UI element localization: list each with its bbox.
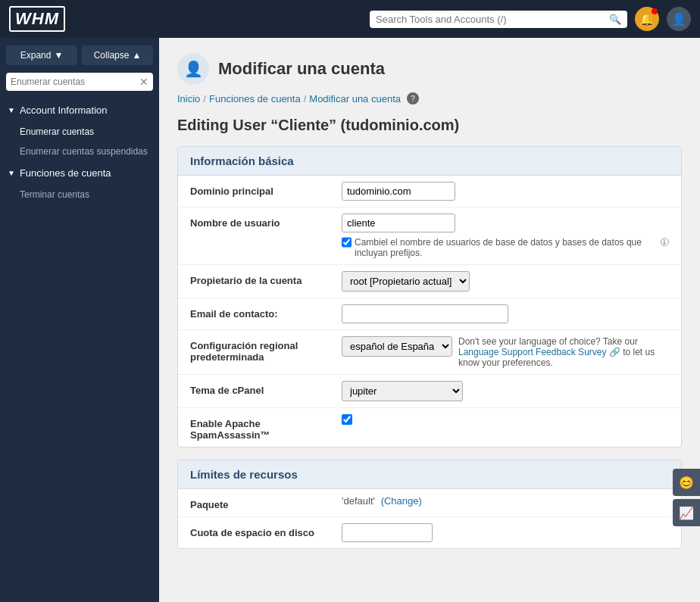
email-label: Email de contacto: [190, 304, 342, 320]
nombre-usuario-label: Nombre de usuario [190, 214, 342, 229]
config-regional-label: Configuración regional predeterminada [190, 336, 342, 363]
chart-icon: 📈 [679, 506, 694, 520]
sidebar-search-input[interactable] [11, 76, 136, 87]
smiley-button[interactable]: 😊 [673, 469, 700, 496]
change-db-username-checkbox[interactable] [342, 237, 352, 248]
expand-label: Expand [20, 50, 52, 61]
spamassassin-label: Enable Apache SpamAssassin™ [190, 414, 342, 441]
editing-title: Editing User “Cliente” (tudominio.com) [177, 117, 682, 134]
change-db-hint: Cambiel el nombre de usuarios de base de… [355, 237, 657, 258]
propietario-label: Propietario de la cuenta [190, 271, 342, 286]
breadcrumb-section[interactable]: Funciones de cuenta [209, 93, 301, 104]
right-panel: 😊 📈 [673, 469, 700, 526]
user-icon-button[interactable]: 👤 [667, 7, 691, 31]
locale-select[interactable]: español de España [342, 336, 452, 357]
sidebar-item-enumerar-cuentas[interactable]: Enumerar cuentas [0, 122, 159, 142]
sidebar-section-account-information-header[interactable]: ▼ Account Information [0, 98, 159, 122]
whm-logo: WHM [9, 6, 65, 32]
nombre-usuario-input[interactable] [342, 214, 455, 232]
main-layout: Expand ▼ Collapse ▲ ✕ ▼ Account Informat… [0, 38, 700, 602]
propietario-row: Propietario de la cuenta root [Propietar… [178, 265, 681, 298]
sidebar-search-bar[interactable]: ✕ [6, 73, 153, 91]
recursos-card: Límites de recursos Paquete 'default' (C… [177, 460, 682, 549]
nombre-usuario-row: Nombre de usuario Cambiel el nombre de u… [178, 207, 681, 265]
search-icon: 🔍 [609, 14, 621, 25]
breadcrumb: Inicio / Funciones de cuenta / Modificar… [177, 92, 682, 104]
expand-arrow-icon: ▼ [54, 50, 63, 61]
breadcrumb-sep-2: / [304, 93, 307, 104]
account-icon: 👤 [184, 60, 203, 78]
recursos-title: Límites de recursos [178, 460, 681, 489]
smiley-icon: 😊 [679, 476, 694, 490]
basic-info-title: Información básica [178, 147, 681, 176]
email-field-container [342, 304, 669, 323]
collapse-arrow-icon: ▲ [132, 50, 141, 61]
spamassassin-row: Enable Apache SpamAssassin™ [178, 408, 681, 447]
sidebar-section-funciones-header[interactable]: ▼ Funciones de cuenta [0, 161, 159, 185]
search-bar[interactable]: 🔍 [370, 11, 627, 28]
page-header-icon: 👤 [177, 53, 209, 85]
notification-badge [652, 8, 658, 14]
info-icon: 🛈 [660, 237, 669, 248]
email-input[interactable] [342, 304, 508, 323]
bell-icon-button[interactable]: 🔔 [635, 7, 659, 31]
breadcrumb-current[interactable]: Modificar una cuenta [309, 93, 401, 104]
nombre-usuario-field: Cambiel el nombre de usuarios de base de… [342, 214, 669, 258]
config-regional-field: español de España Don't see your languag… [342, 336, 669, 368]
expand-button[interactable]: Expand ▼ [6, 45, 77, 65]
sidebar-item-terminar-cuentas[interactable]: Terminar cuentas [0, 185, 159, 204]
breadcrumb-home[interactable]: Inicio [177, 93, 200, 104]
spamassassin-field [342, 414, 669, 427]
tema-cpanel-select[interactable]: jupiter [342, 381, 463, 401]
breadcrumb-sep-1: / [203, 93, 206, 104]
tema-cpanel-field: jupiter [342, 381, 669, 401]
basic-info-card: Información básica Dominio principal Nom… [177, 146, 682, 448]
sidebar-section-account-information-label: Account Information [20, 104, 108, 116]
tema-cpanel-row: Tema de cPanel jupiter [178, 375, 681, 408]
page-header: 👤 Modificar una cuenta [177, 53, 682, 85]
dominio-principal-input[interactable] [342, 182, 455, 201]
email-row: Email de contacto: [178, 298, 681, 330]
sidebar-item-enumerar-cuentas-suspendidas[interactable]: Enumerar cuentas suspendidas [0, 142, 159, 161]
content-area: 👤 Modificar una cuenta Inicio / Funcione… [159, 38, 700, 602]
user-icon: 👤 [671, 12, 686, 27]
propietario-field: root [Propietario actual] [342, 271, 669, 292]
paquete-field: 'default' (Change) [342, 495, 669, 507]
config-regional-row: Configuración regional predeterminada es… [178, 330, 681, 375]
paquete-row: Paquete 'default' (Change) [178, 489, 681, 517]
dominio-principal-field [342, 182, 669, 201]
page-title: Modificar una cuenta [218, 59, 385, 79]
sidebar-section-funciones-label: Funciones de cuenta [20, 167, 111, 179]
chevron-down-icon: ▼ [8, 106, 15, 114]
sidebar-section-funciones-de-cuenta: ▼ Funciones de cuenta Terminar cuentas [0, 161, 159, 204]
collapse-label: Collapse [94, 50, 130, 61]
sidebar-controls: Expand ▼ Collapse ▲ [0, 38, 159, 73]
locale-survey-link[interactable]: Language Support Feedback Survey 🔗 [458, 347, 623, 357]
paquete-value: 'default' [342, 495, 375, 507]
dominio-principal-row: Dominio principal [178, 176, 681, 207]
external-link-icon: 🔗 [609, 347, 620, 357]
help-icon[interactable]: ? [407, 92, 419, 104]
locale-hint-text: Don't see your language of choice? Take … [458, 336, 655, 368]
sidebar-search-clear-icon[interactable]: ✕ [139, 76, 148, 88]
locale-hint-prefix: Don't see your language of choice? Take … [458, 336, 638, 347]
chart-button[interactable]: 📈 [673, 499, 700, 526]
dominio-principal-label: Dominio principal [190, 182, 342, 197]
collapse-button[interactable]: Collapse ▲ [82, 45, 153, 65]
cuota-input[interactable] [342, 523, 433, 542]
search-input[interactable] [376, 14, 605, 25]
chevron-down-icon-2: ▼ [8, 169, 15, 177]
sidebar-section-account-information: ▼ Account Information Enumerar cuentas E… [0, 98, 159, 161]
paquete-label: Paquete [190, 495, 342, 510]
topbar: WHM 🔍 🔔 👤 [0, 0, 700, 38]
spamassassin-checkbox[interactable] [342, 414, 352, 425]
propietario-select[interactable]: root [Propietario actual] [342, 271, 470, 292]
paquete-change-link[interactable]: (Change) [381, 495, 422, 507]
tema-cpanel-label: Tema de cPanel [190, 381, 342, 396]
cuota-row: Cuota de espacio en disco [178, 517, 681, 548]
sidebar: Expand ▼ Collapse ▲ ✕ ▼ Account Informat… [0, 38, 159, 602]
cuota-label: Cuota de espacio en disco [190, 523, 342, 538]
cuota-field [342, 523, 669, 542]
